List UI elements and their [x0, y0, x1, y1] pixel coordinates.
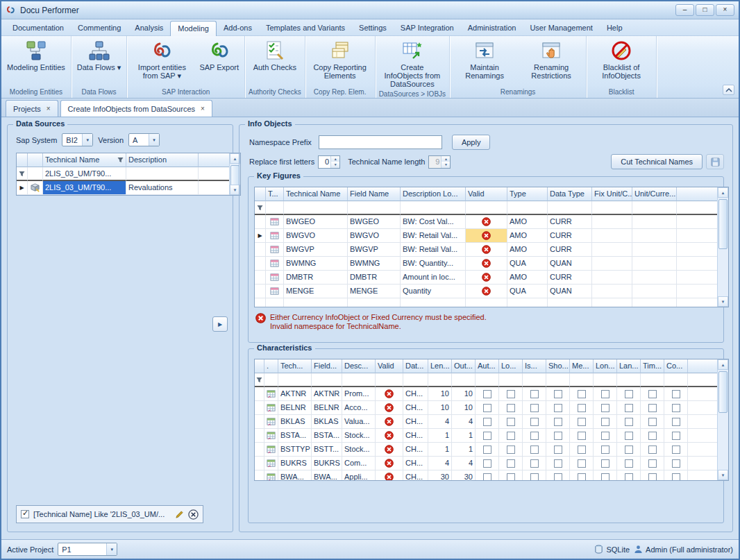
scroll-down-button[interactable]: ▼ — [718, 470, 728, 480]
checkbox[interactable] — [578, 459, 586, 468]
column-header[interactable]: Field Name — [348, 187, 401, 201]
cell-length[interactable]: 1 — [428, 443, 452, 457]
checkbox[interactable] — [578, 473, 586, 482]
column-header-description[interactable]: Description — [126, 153, 199, 167]
filter-cell[interactable] — [594, 373, 617, 387]
checkbox[interactable] — [648, 390, 657, 398]
cell-type[interactable]: AMO — [507, 215, 548, 229]
filter-cell[interactable] — [548, 201, 592, 215]
checkbox[interactable] — [554, 473, 562, 482]
cell-flag[interactable] — [664, 443, 688, 457]
characteristic-row[interactable]: BELNRBELNRAcco...CH...1010 — [255, 401, 728, 415]
ribbon-collapse-button[interactable] — [723, 85, 734, 95]
checkbox[interactable] — [578, 432, 586, 440]
cell-valid[interactable] — [466, 271, 507, 285]
filter-cell[interactable] — [401, 201, 466, 215]
characteristic-row[interactable]: BWA...BWA...Appli...CH...3030 — [255, 470, 728, 481]
user-indicator[interactable]: Admin (Full administrator) — [634, 545, 733, 554]
checkbox[interactable] — [648, 446, 657, 454]
edit-filter-button[interactable] — [175, 510, 184, 519]
checkbox[interactable] — [672, 404, 680, 412]
cell-field-name[interactable]: MENGE — [348, 285, 401, 298]
cell-data-type[interactable]: QUAN — [548, 285, 592, 298]
cell-flag[interactable] — [617, 443, 641, 457]
cell-technical-name[interactable]: BWGVP — [284, 243, 348, 257]
column-header[interactable] — [255, 187, 266, 201]
column-header[interactable]: Tech... — [278, 359, 312, 373]
filter-cell-technical-name[interactable]: 2LIS_03_UM/T90... — [43, 167, 126, 181]
menu-tab-analysis[interactable]: Analysis — [128, 21, 170, 35]
checkbox[interactable] — [625, 432, 633, 440]
filter-cell[interactable] — [476, 373, 499, 387]
column-header[interactable]: Data Type — [548, 187, 592, 201]
checkbox[interactable] — [507, 390, 515, 398]
sap-system-select[interactable]: BI2 ▾ — [62, 133, 93, 146]
column-header[interactable]: Co... — [664, 359, 688, 373]
cell-technical-name[interactable]: BWMNG — [284, 257, 348, 271]
cell-field-name[interactable]: DMBTR — [348, 271, 401, 285]
filter-cell[interactable] — [428, 373, 452, 387]
checkbox[interactable] — [554, 432, 562, 440]
cell-valid[interactable] — [376, 429, 403, 443]
cell-flag[interactable] — [570, 401, 594, 415]
cell-field-name[interactable]: BSTA... — [312, 429, 342, 443]
cell-flag[interactable] — [499, 443, 523, 457]
column-header-technical-name[interactable]: Technical Name — [43, 153, 126, 167]
cut-technical-names-button[interactable]: Cut Technical Names — [611, 154, 703, 169]
cell-flag[interactable] — [617, 387, 641, 401]
cell-field-name[interactable]: AKTNR — [312, 387, 342, 401]
grid-filter-row[interactable] — [255, 201, 728, 215]
checkbox[interactable] — [625, 473, 633, 482]
checkbox[interactable] — [578, 404, 586, 412]
key-figure-row[interactable]: ▶BWGVOBWGVOBW: Retail Val...AMOCURR — [255, 229, 728, 243]
cell-output-length[interactable]: 10 — [452, 387, 476, 401]
column-header[interactable]: Dat... — [403, 359, 428, 373]
filter-cell[interactable] — [499, 373, 523, 387]
checkbox[interactable] — [483, 404, 491, 412]
checkbox[interactable] — [530, 446, 539, 454]
ribbon-button-renaming-restrictions[interactable]: Renaming Restrictions — [519, 37, 584, 87]
cell-flag[interactable] — [499, 429, 523, 443]
checkbox[interactable] — [507, 432, 515, 440]
filter-cell[interactable] — [403, 373, 428, 387]
cell-field-name[interactable]: BWGVO — [348, 229, 401, 243]
cell-length[interactable]: 30 — [428, 470, 452, 481]
cell-technical-name[interactable]: BWGVO — [284, 229, 348, 243]
filter-cell[interactable] — [617, 373, 641, 387]
cell-fix-unit[interactable] — [592, 271, 632, 285]
characteristic-row[interactable]: BSTA...BSTA...Stock...CH...11 — [255, 429, 728, 443]
datasource-row[interactable]: ▶ 2LIS_03_UM/T90... Revaluations — [17, 181, 240, 195]
characteristic-row[interactable]: BUKRSBUKRSCom...CH...44 — [255, 457, 728, 470]
replace-first-letters-stepper[interactable]: 0 ▲▼ — [318, 155, 340, 169]
cell-unit-currency[interactable] — [632, 257, 677, 271]
cell-valid[interactable] — [376, 401, 403, 415]
namespace-prefix-input[interactable] — [319, 135, 442, 149]
cell-valid[interactable] — [466, 285, 507, 298]
column-header[interactable]: Me... — [570, 359, 594, 373]
cell-valid[interactable] — [376, 443, 403, 457]
ribbon-button-import-entities-from-sap[interactable]: Import entities from SAP ▾ — [129, 37, 194, 87]
filter-enabled-checkbox[interactable] — [21, 510, 29, 518]
minimize-button[interactable]: – — [675, 4, 694, 16]
vertical-scrollbar[interactable]: ▲ ▼ — [717, 187, 728, 307]
filter-cell[interactable] — [507, 201, 548, 215]
column-header[interactable]: Desc... — [342, 359, 376, 373]
checkbox[interactable] — [554, 404, 562, 412]
cell-description[interactable]: Prom... — [342, 387, 376, 401]
cell-output-length[interactable]: 4 — [452, 415, 476, 429]
cell-data-type[interactable]: CH... — [403, 470, 428, 481]
ribbon-button-create-infoobjects-from-datasources[interactable]: Create InfoObjects from DataSources — [380, 37, 445, 89]
cell-flag[interactable] — [594, 443, 617, 457]
checkbox[interactable] — [530, 390, 539, 398]
cell-valid[interactable] — [466, 243, 507, 257]
filter-cell[interactable] — [664, 373, 688, 387]
cell-flag[interactable] — [523, 415, 546, 429]
ribbon-button-maintain-renamings[interactable]: Maintain Renamings — [452, 37, 517, 87]
cell-technical-name[interactable]: 2LIS_03_UM/T90... — [43, 181, 126, 195]
cell-output-length[interactable]: 1 — [452, 443, 476, 457]
cell-flag[interactable] — [476, 470, 499, 481]
cell-technical-name[interactable]: BWA... — [278, 470, 312, 481]
cell-length[interactable]: 10 — [428, 387, 452, 401]
filter-cell[interactable] — [264, 373, 278, 387]
menu-tab-administration[interactable]: Administration — [461, 21, 523, 35]
